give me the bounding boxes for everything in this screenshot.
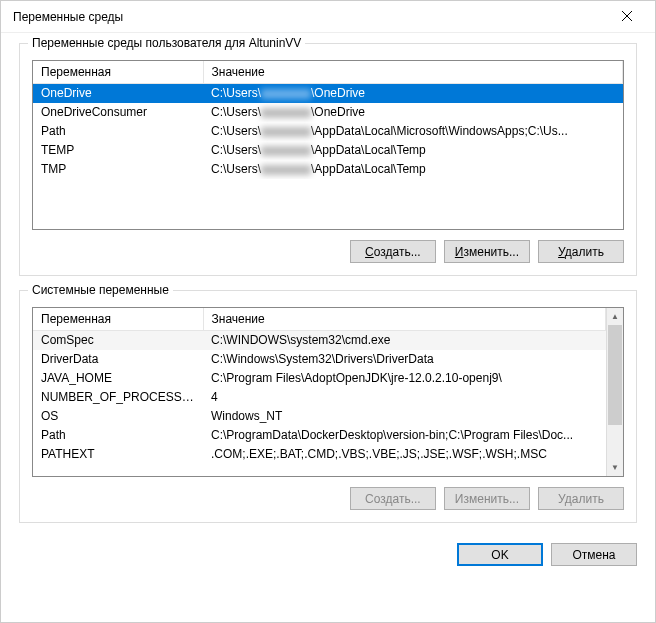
scroll-up-icon[interactable]: ▲ bbox=[607, 308, 623, 325]
user-vars-buttons: Создать... Изменить... Удалить bbox=[32, 240, 624, 263]
var-name-cell: NUMBER_OF_PROCESSORS bbox=[33, 388, 203, 407]
system-scrollbar[interactable]: ▲ ▼ bbox=[606, 308, 623, 476]
sys-delete-button[interactable]: Удалить bbox=[538, 487, 624, 510]
redacted-text: xxxxxx bbox=[261, 165, 311, 175]
system-vars-label: Системные переменные bbox=[28, 283, 173, 297]
var-name-cell: OneDriveConsumer bbox=[33, 103, 203, 122]
user-col-name[interactable]: Переменная bbox=[33, 61, 203, 84]
table-row[interactable]: ComSpecC:\WINDOWS\system32\cmd.exe bbox=[33, 331, 606, 350]
scroll-down-icon[interactable]: ▼ bbox=[607, 459, 623, 476]
var-name-cell: JAVA_HOME bbox=[33, 369, 203, 388]
titlebar: Переменные среды bbox=[1, 1, 655, 33]
user-new-button[interactable]: Создать... bbox=[350, 240, 436, 263]
env-vars-dialog: Переменные среды Переменные среды пользо… bbox=[0, 0, 656, 623]
var-value-cell: .COM;.EXE;.BAT;.CMD;.VBS;.VBE;.JS;.JSE;.… bbox=[203, 445, 606, 464]
ok-button[interactable]: OK bbox=[457, 543, 543, 566]
content-area: Переменные среды пользователя для Altuni… bbox=[1, 33, 655, 622]
var-name-cell: OneDrive bbox=[33, 84, 203, 103]
var-value-cell: C:\Windows\System32\Drivers\DriverData bbox=[203, 350, 606, 369]
var-name-cell: ComSpec bbox=[33, 331, 203, 350]
system-vars-table[interactable]: Переменная Значение ComSpecC:\WINDOWS\sy… bbox=[33, 308, 606, 464]
sys-edit-button[interactable]: Изменить... bbox=[444, 487, 530, 510]
table-row[interactable]: OSWindows_NT bbox=[33, 407, 606, 426]
var-value-cell: C:\Users\xxxxxx\AppData\Local\Microsoft\… bbox=[203, 122, 623, 141]
sys-col-name[interactable]: Переменная bbox=[33, 308, 203, 331]
var-value-cell: C:\Users\xxxxxx\AppData\Local\Temp bbox=[203, 160, 623, 179]
var-name-cell: PATHEXT bbox=[33, 445, 203, 464]
var-name-cell: Path bbox=[33, 426, 203, 445]
var-name-cell: OS bbox=[33, 407, 203, 426]
sys-col-value[interactable]: Значение bbox=[203, 308, 606, 331]
user-vars-table-wrap: Переменная Значение OneDriveC:\Users\xxx… bbox=[32, 60, 624, 230]
dialog-footer: OK Отмена bbox=[19, 537, 637, 566]
var-value-cell: Windows_NT bbox=[203, 407, 606, 426]
user-vars-group: Переменные среды пользователя для Altuni… bbox=[19, 43, 637, 276]
var-value-cell: C:\Program Files\AdoptOpenJDK\jre-12.0.2… bbox=[203, 369, 606, 388]
var-name-cell: Path bbox=[33, 122, 203, 141]
table-row[interactable]: PATHEXT.COM;.EXE;.BAT;.CMD;.VBS;.VBE;.JS… bbox=[33, 445, 606, 464]
user-delete-button[interactable]: Удалить bbox=[538, 240, 624, 263]
user-vars-table[interactable]: Переменная Значение OneDriveC:\Users\xxx… bbox=[33, 61, 623, 179]
table-row[interactable]: PathC:\ProgramData\DockerDesktop\version… bbox=[33, 426, 606, 445]
var-name-cell: TMP bbox=[33, 160, 203, 179]
close-icon bbox=[622, 10, 632, 24]
system-vars-group: Системные переменные Переменная Значение… bbox=[19, 290, 637, 523]
close-button[interactable] bbox=[607, 3, 647, 31]
redacted-text: xxxxxx bbox=[261, 146, 311, 156]
user-col-value[interactable]: Значение bbox=[203, 61, 623, 84]
table-row[interactable]: JAVA_HOMEC:\Program Files\AdoptOpenJDK\j… bbox=[33, 369, 606, 388]
var-value-cell: C:\Users\xxxxxx\OneDrive bbox=[203, 103, 623, 122]
table-row[interactable]: DriverDataC:\Windows\System32\Drivers\Dr… bbox=[33, 350, 606, 369]
var-value-cell: C:\ProgramData\DockerDesktop\version-bin… bbox=[203, 426, 606, 445]
redacted-text: xxxxxx bbox=[261, 89, 311, 99]
cancel-button[interactable]: Отмена bbox=[551, 543, 637, 566]
user-vars-label: Переменные среды пользователя для Altuni… bbox=[28, 36, 305, 50]
var-name-cell: DriverData bbox=[33, 350, 203, 369]
var-value-cell: C:\WINDOWS\system32\cmd.exe bbox=[203, 331, 606, 350]
table-row[interactable]: PathC:\Users\xxxxxx\AppData\Local\Micros… bbox=[33, 122, 623, 141]
system-vars-buttons: Создать... Изменить... Удалить bbox=[32, 487, 624, 510]
sys-new-button[interactable]: Создать... bbox=[350, 487, 436, 510]
table-row[interactable]: OneDriveConsumerC:\Users\xxxxxx\OneDrive bbox=[33, 103, 623, 122]
redacted-text: xxxxxx bbox=[261, 108, 311, 118]
system-vars-table-wrap: Переменная Значение ComSpecC:\WINDOWS\sy… bbox=[32, 307, 624, 477]
var-name-cell: TEMP bbox=[33, 141, 203, 160]
table-row[interactable]: TMPC:\Users\xxxxxx\AppData\Local\Temp bbox=[33, 160, 623, 179]
var-value-cell: C:\Users\xxxxxx\OneDrive bbox=[203, 84, 623, 103]
window-title: Переменные среды bbox=[13, 10, 123, 24]
table-row[interactable]: TEMPC:\Users\xxxxxx\AppData\Local\Temp bbox=[33, 141, 623, 160]
scroll-thumb[interactable] bbox=[608, 325, 622, 425]
table-row[interactable]: NUMBER_OF_PROCESSORS4 bbox=[33, 388, 606, 407]
var-value-cell: 4 bbox=[203, 388, 606, 407]
table-row[interactable]: OneDriveC:\Users\xxxxxx\OneDrive bbox=[33, 84, 623, 103]
var-value-cell: C:\Users\xxxxxx\AppData\Local\Temp bbox=[203, 141, 623, 160]
user-edit-button[interactable]: Изменить... bbox=[444, 240, 530, 263]
redacted-text: xxxxxx bbox=[261, 127, 311, 137]
